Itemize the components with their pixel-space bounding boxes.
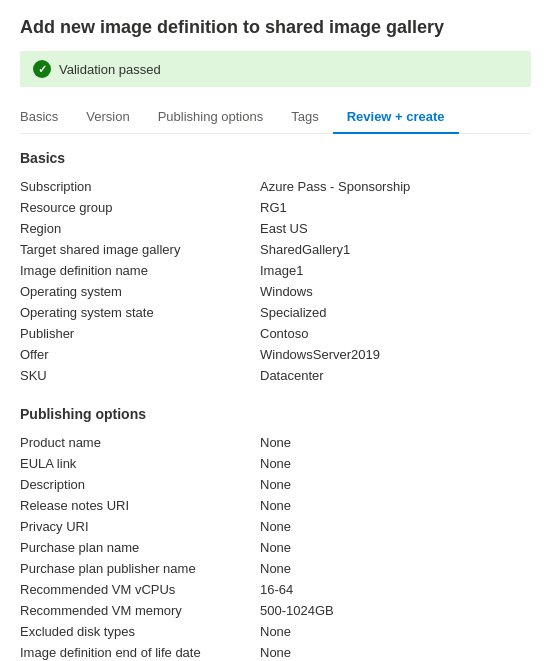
value-os-state: Specialized	[260, 305, 531, 320]
basics-section-title: Basics	[20, 150, 531, 166]
value-excluded-disk-types: None	[260, 624, 531, 639]
tab-publishing-options[interactable]: Publishing options	[144, 101, 278, 134]
label-offer: Offer	[20, 347, 260, 362]
table-row: Release notes URI None	[20, 495, 531, 516]
value-recommended-vcpus: 16-64	[260, 582, 531, 597]
table-row: Resource group RG1	[20, 197, 531, 218]
tab-tags[interactable]: Tags	[277, 101, 332, 134]
label-sku: SKU	[20, 368, 260, 383]
publishing-table: Product name None EULA link None Descrip…	[20, 432, 531, 661]
label-subscription: Subscription	[20, 179, 260, 194]
tab-basics[interactable]: Basics	[20, 101, 72, 134]
value-resource-group: RG1	[260, 200, 531, 215]
label-purchase-plan-publisher: Purchase plan publisher name	[20, 561, 260, 576]
label-recommended-memory: Recommended VM memory	[20, 603, 260, 618]
label-operating-system: Operating system	[20, 284, 260, 299]
label-privacy-uri: Privacy URI	[20, 519, 260, 534]
label-description: Description	[20, 477, 260, 492]
tab-review-create[interactable]: Review + create	[333, 101, 459, 134]
value-target-gallery: SharedGallery1	[260, 242, 531, 257]
table-row: Operating system Windows	[20, 281, 531, 302]
table-row: Recommended VM memory 500-1024GB	[20, 600, 531, 621]
basics-section: Basics Subscription Azure Pass - Sponsor…	[20, 150, 531, 386]
validation-banner: Validation passed	[20, 51, 531, 87]
table-row: Subscription Azure Pass - Sponsorship	[20, 176, 531, 197]
value-sku: Datacenter	[260, 368, 531, 383]
label-region: Region	[20, 221, 260, 236]
table-row: Purchase plan name None	[20, 537, 531, 558]
table-row: Privacy URI None	[20, 516, 531, 537]
label-recommended-vcpus: Recommended VM vCPUs	[20, 582, 260, 597]
tab-version[interactable]: Version	[72, 101, 143, 134]
table-row: Image definition name Image1	[20, 260, 531, 281]
table-row: Excluded disk types None	[20, 621, 531, 642]
validation-text: Validation passed	[59, 62, 161, 77]
value-purchase-plan-name: None	[260, 540, 531, 555]
table-row: Product name None	[20, 432, 531, 453]
table-row: Description None	[20, 474, 531, 495]
value-description: None	[260, 477, 531, 492]
value-privacy-uri: None	[260, 519, 531, 534]
table-row: Target shared image gallery SharedGaller…	[20, 239, 531, 260]
value-product-name: None	[260, 435, 531, 450]
table-row: Purchase plan publisher name None	[20, 558, 531, 579]
value-purchase-plan-publisher: None	[260, 561, 531, 576]
label-end-of-life-date: Image definition end of life date	[20, 645, 260, 660]
table-row: Image definition end of life date None	[20, 642, 531, 661]
table-row: Recommended VM vCPUs 16-64	[20, 579, 531, 600]
table-row: EULA link None	[20, 453, 531, 474]
tab-bar: Basics Version Publishing options Tags R…	[20, 101, 531, 134]
value-release-notes-uri: None	[260, 498, 531, 513]
value-region: East US	[260, 221, 531, 236]
basics-table: Subscription Azure Pass - Sponsorship Re…	[20, 176, 531, 386]
publishing-section: Publishing options Product name None EUL…	[20, 406, 531, 661]
label-target-gallery: Target shared image gallery	[20, 242, 260, 257]
page-title: Add new image definition to shared image…	[20, 16, 531, 39]
label-publisher: Publisher	[20, 326, 260, 341]
value-operating-system: Windows	[260, 284, 531, 299]
table-row: Region East US	[20, 218, 531, 239]
table-row: Publisher Contoso	[20, 323, 531, 344]
value-recommended-memory: 500-1024GB	[260, 603, 531, 618]
value-end-of-life-date: None	[260, 645, 531, 660]
table-row: SKU Datacenter	[20, 365, 531, 386]
validation-icon	[33, 60, 51, 78]
value-offer: WindowsServer2019	[260, 347, 531, 362]
value-subscription: Azure Pass - Sponsorship	[260, 179, 531, 194]
label-image-definition-name: Image definition name	[20, 263, 260, 278]
label-purchase-plan-name: Purchase plan name	[20, 540, 260, 555]
table-row: Operating system state Specialized	[20, 302, 531, 323]
value-image-definition-name: Image1	[260, 263, 531, 278]
value-eula-link: None	[260, 456, 531, 471]
publishing-section-title: Publishing options	[20, 406, 531, 422]
label-excluded-disk-types: Excluded disk types	[20, 624, 260, 639]
table-row: Offer WindowsServer2019	[20, 344, 531, 365]
label-resource-group: Resource group	[20, 200, 260, 215]
label-release-notes-uri: Release notes URI	[20, 498, 260, 513]
label-product-name: Product name	[20, 435, 260, 450]
label-os-state: Operating system state	[20, 305, 260, 320]
label-eula-link: EULA link	[20, 456, 260, 471]
value-publisher: Contoso	[260, 326, 531, 341]
